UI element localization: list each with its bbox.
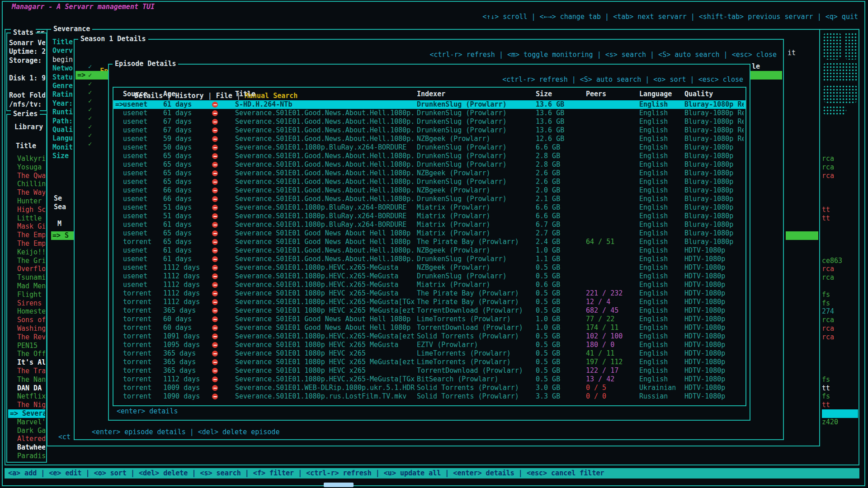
release-row[interactable]: usenet 66 days Severance.S01E01.Good.New…	[113, 186, 745, 195]
release-row[interactable]: torrent 1112 days Severance.S01E01.1080p…	[113, 298, 745, 306]
release-row[interactable]: torrent 1112 days Severance.S01E01.1080p…	[113, 375, 745, 384]
column-header-size[interactable]: Size	[536, 90, 584, 99]
stats-line: Storage:	[9, 56, 45, 65]
series-list-item[interactable]: Mad Men	[8, 282, 45, 291]
series-list-item[interactable]: The Emp	[8, 239, 45, 248]
release-quality: HDTV-1080p	[684, 324, 744, 332]
series-list-item[interactable]: Netflix	[8, 392, 45, 401]
release-indexer: DrunkenSlug (Prowlarr)	[417, 143, 534, 152]
release-row[interactable]: torrent 65 days Severance S01E01 Good Ne…	[113, 238, 745, 246]
selected-season-label: => S	[52, 231, 69, 239]
release-row[interactable]: usenet 67 days Severance.S01E01.Good.New…	[113, 126, 745, 135]
release-row[interactable]: usenet 61 days Severance.S01E01.Good.New…	[113, 109, 745, 117]
release-age: 67 days	[163, 126, 192, 135]
release-size: 6.6 GB	[536, 212, 584, 221]
series-list-item[interactable]: The Gri	[8, 257, 45, 265]
release-row[interactable]: usenet 50 days Severance.S01E01.1080p.Bl…	[113, 143, 745, 152]
release-row[interactable]: torrent 60 days Severance S01E01 Good Ne…	[113, 315, 745, 324]
series-list-item[interactable]: The Off	[8, 350, 45, 358]
release-row[interactable]: usenet 65 days Severance.S01E01.Good.New…	[113, 178, 745, 186]
release-row[interactable]: usenet 65 days Severance.S01E01.Good.New…	[113, 152, 745, 160]
release-source: torrent	[123, 341, 151, 349]
series-list-item[interactable]: The Nan	[8, 375, 45, 384]
release-row[interactable]: usenet 1112 days Severance.S01E01.1080p.…	[113, 263, 745, 272]
release-row[interactable]: torrent 365 days Severance S01E01 1080p …	[113, 306, 745, 315]
selected-season-row[interactable]: => S	[51, 231, 74, 240]
series-list-item[interactable]: It's Al	[8, 358, 45, 367]
series-list-item[interactable]: The Way	[8, 188, 45, 197]
release-row[interactable]: torrent 365 days Severance S01E01 1080p …	[113, 358, 745, 366]
rejected-icon	[212, 384, 218, 392]
series-title: Netflix	[17, 392, 45, 400]
series-list-item[interactable]: Sons of	[8, 316, 45, 324]
release-row[interactable]: usenet 59 days Severance.S01E01.Good.New…	[113, 135, 745, 143]
series-list-item[interactable]: Washing	[8, 324, 45, 333]
series-list-item[interactable]: Marvel'	[8, 418, 45, 427]
library-row-tail: tt	[822, 206, 858, 214]
release-row[interactable]: usenet 61 days Severance.S01E01.1080p.Bl…	[113, 221, 745, 229]
series-list-item[interactable]: Dark Ga	[8, 427, 45, 435]
release-row[interactable]: usenet 61 days Severance.S01E01.Good.New…	[113, 255, 745, 263]
column-header-indexer[interactable]: Indexer	[417, 90, 534, 99]
seasons-column-fragment: M	[57, 220, 61, 228]
series-list-item[interactable]: The Tra	[8, 367, 45, 375]
release-row[interactable]: => usenet 61 days S-HD.H.264-NTb Drunken…	[113, 100, 745, 109]
series-list-item[interactable]: => Severan	[8, 409, 45, 418]
release-row[interactable]: torrent 1095 days Severance S01E01 1080p…	[113, 341, 745, 349]
release-language: English	[639, 229, 684, 238]
release-row[interactable]: torrent 1112 days Severance S01E01 1080p…	[113, 289, 745, 298]
release-row[interactable]: torrent 60 days Severance S01E01 Good Ne…	[113, 324, 745, 332]
column-header-peers[interactable]: Peers	[586, 90, 637, 99]
series-title: Paradis	[17, 452, 45, 460]
release-row[interactable]: usenet 65 days Severance.S01E01.Good.New…	[113, 169, 745, 178]
series-list-item[interactable]: Hunter	[8, 197, 45, 206]
release-row[interactable]: torrent 1091 days Severance.S01E01.1080p…	[113, 332, 745, 341]
release-row[interactable]: torrent 365 days Severance S01E01 1080p …	[113, 366, 745, 375]
release-row[interactable]: usenet 65 days Severance S01E01 Good New…	[113, 229, 745, 238]
release-row[interactable]: usenet 1112 days Severance.S01E01.1080p.…	[113, 272, 745, 281]
release-row[interactable]: usenet 51 days Severance.S01E01.1080p.Bl…	[113, 203, 745, 212]
series-list-item[interactable]: Chillin	[8, 180, 45, 188]
series-list-item[interactable]: The Emp	[8, 231, 45, 239]
series-list-item[interactable]: DAN DA	[8, 384, 45, 393]
release-title: Severance S01E01 Good News About Hell 10…	[235, 229, 415, 238]
release-row[interactable]: torrent 1090 days Severance.S01E01.1080p…	[113, 392, 745, 401]
series-list-item[interactable]: The Qwa	[8, 172, 45, 180]
column-header-title[interactable]: Title	[235, 90, 415, 99]
series-list-item[interactable]: PEN15	[8, 342, 45, 350]
series-list-item[interactable]: Little	[8, 214, 45, 223]
series-list-item[interactable]: Sirens	[8, 299, 45, 308]
release-language: English	[639, 289, 684, 298]
tail-text: fs	[822, 392, 830, 400]
column-header-quality[interactable]: Quality	[684, 90, 744, 99]
release-row[interactable]: usenet 66 days Severance.S01E01.Good.New…	[113, 195, 745, 203]
release-row[interactable]: torrent 1009 days Severance.S01E01.WEB-D…	[113, 384, 745, 392]
column-header-language[interactable]: Language	[639, 90, 684, 99]
series-list-item[interactable]: Keijo!!	[8, 248, 45, 257]
release-row[interactable]: usenet 67 days Severance.S01E01.Good.New…	[113, 117, 745, 126]
column-header-age[interactable]: Age	[163, 90, 175, 99]
series-list-item[interactable]: Paradis	[8, 452, 45, 460]
release-row[interactable]: usenet 1112 days Severance.S01E01.1080p.…	[113, 281, 745, 289]
release-row[interactable]: usenet 51 days Severance.S01E01.1080p.Bl…	[113, 212, 745, 221]
series-list-item[interactable]: High Sc	[8, 206, 45, 214]
series-list-item[interactable]: Flight	[8, 291, 45, 299]
series-list-item[interactable]: Altered	[8, 435, 45, 443]
series-list-item[interactable]: The Rev	[8, 333, 45, 342]
series-list-item[interactable]: The Nig	[8, 401, 45, 409]
field-fragment: Statu	[52, 73, 74, 82]
series-list-item[interactable]: Tsunami	[8, 273, 45, 282]
series-list-item[interactable]: Overflo	[8, 265, 45, 273]
series-list-item[interactable]: Batwhee	[8, 443, 45, 452]
release-row[interactable]: usenet 65 days Severance.S01E01.Good.New…	[113, 160, 745, 169]
series-list-item[interactable]: Mask Gi	[8, 222, 45, 231]
column-header-source[interactable]: Source	[123, 90, 147, 99]
series-list-item[interactable]: Valkyri	[8, 155, 45, 163]
series-list-item[interactable]: Yosuga	[8, 163, 45, 172]
series-list-item[interactable]: Homeste	[8, 307, 45, 316]
release-row[interactable]: usenet 61 days Severance.S01E01.Good.New…	[113, 246, 745, 255]
release-row[interactable]: torrent 365 days Severance S01E01 1080p …	[113, 349, 745, 358]
tab-library[interactable]: Library |	[14, 123, 51, 131]
release-title: Severance S01E01 1080p HEVC x265	[235, 366, 415, 375]
library-row-tail: tt	[822, 384, 858, 393]
